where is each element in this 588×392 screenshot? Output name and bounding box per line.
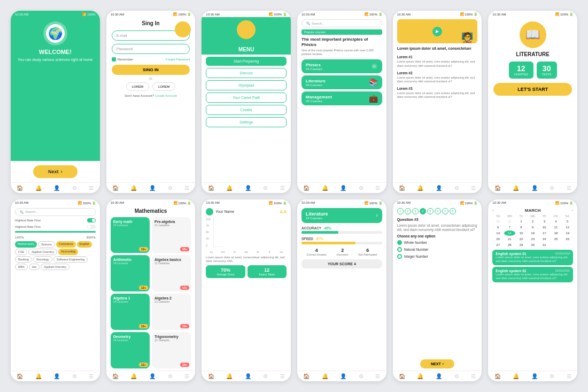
- page-5[interactable]: 5: [427, 208, 434, 214]
- menu-item-1[interactable]: Discuss: [206, 68, 287, 78]
- cal-day-30b[interactable]: 30: [527, 242, 538, 248]
- menu-item-2[interactable]: Olympiad: [206, 80, 287, 90]
- tag-applied[interactable]: Applied Chemitry: [41, 264, 69, 270]
- cal-day-12[interactable]: 12: [562, 225, 573, 230]
- nav-gear-8[interactable]: ⚙: [168, 373, 173, 379]
- page-4[interactable]: 4: [420, 208, 426, 214]
- math-card-1[interactable]: Pre-algebra 11 Lessons 18+: [152, 217, 191, 253]
- nav-bell-8[interactable]: 🔔: [130, 373, 137, 379]
- nav-menu-9[interactable]: ☰: [280, 373, 285, 379]
- menu-item-5[interactable]: Settings: [206, 117, 287, 127]
- nav-menu-12[interactable]: ☰: [567, 373, 571, 379]
- event-card-1[interactable]: English spoken 02 02/05/2018 Lorem ipsum…: [492, 267, 573, 282]
- nav-user-11[interactable]: 👤: [436, 373, 442, 379]
- next-month-button[interactable]: ›: [571, 208, 573, 213]
- cal-day-24[interactable]: 24: [539, 236, 550, 242]
- nav-bell-10[interactable]: 🔔: [322, 373, 328, 379]
- nav-bell-icon[interactable]: 🔔: [35, 185, 42, 191]
- cal-day-18[interactable]: 18: [551, 230, 562, 236]
- nav-gear-icon[interactable]: ⚙: [72, 185, 77, 191]
- tag-math[interactable]: Mathematics: [15, 241, 37, 248]
- nav-gear-12[interactable]: ⚙: [550, 373, 554, 379]
- social-btn-1[interactable]: LOREM: [126, 82, 149, 91]
- nav-user-4[interactable]: 👤: [340, 185, 346, 191]
- nav-home-icon[interactable]: 🏠: [17, 185, 23, 191]
- password-field[interactable]: Password: [112, 44, 190, 54]
- nav-home-7[interactable]: 🏠: [17, 373, 23, 379]
- tag-accounting[interactable]: Accounting: [58, 249, 78, 255]
- nav-menu-4[interactable]: ☰: [375, 185, 380, 191]
- nav-bell-11[interactable]: 🔔: [417, 373, 423, 379]
- nav-bell-5[interactable]: 🔔: [417, 185, 423, 191]
- nav-menu-6[interactable]: ☰: [567, 185, 571, 191]
- nav-user-3[interactable]: 👤: [245, 185, 251, 191]
- cal-day-4[interactable]: 4: [551, 219, 562, 224]
- lit-quiz-card[interactable]: Literature 24 Courses ›: [301, 208, 382, 223]
- nav-home-12[interactable]: 🏠: [494, 373, 501, 379]
- cal-day-5[interactable]: 5: [562, 219, 573, 224]
- nav-home-4[interactable]: 🏠: [303, 185, 310, 191]
- cal-day-26[interactable]: 26: [562, 236, 573, 242]
- tag-science[interactable]: Science: [38, 241, 55, 248]
- nav-gear-2[interactable]: ⚙: [168, 185, 173, 191]
- page-7[interactable]: 7: [442, 208, 448, 214]
- cal-day-15[interactable]: 15: [516, 230, 527, 236]
- create-account-link[interactable]: Create Account: [155, 94, 177, 97]
- math-card-3[interactable]: Algebra basics 11 Lessons 18+: [152, 255, 191, 291]
- cal-day-13[interactable]: 13: [492, 230, 504, 236]
- nav-home-6[interactable]: 🏠: [494, 185, 501, 191]
- nav-bell-4[interactable]: 🔔: [322, 185, 328, 191]
- cal-day-28[interactable]: 28: [504, 242, 515, 248]
- video-card[interactable]: ▶ 🧑‍🏫: [397, 19, 478, 43]
- nav-bell-9[interactable]: 🔔: [226, 373, 233, 379]
- cal-day-8[interactable]: 8: [516, 225, 527, 230]
- nav-home-9[interactable]: 🏠: [208, 373, 214, 379]
- nav-user-6[interactable]: 👤: [531, 185, 538, 191]
- nav-user-12[interactable]: 👤: [531, 373, 538, 379]
- cal-day-31b[interactable]: 31: [539, 242, 550, 248]
- menu-item-0[interactable]: Start Preparing: [206, 57, 287, 66]
- nav-menu-3[interactable]: ☰: [280, 185, 285, 191]
- tag-law[interactable]: law: [29, 264, 40, 270]
- nav-home-5[interactable]: 🏠: [399, 185, 405, 191]
- nav-menu-5[interactable]: ☰: [471, 185, 476, 191]
- nav-bell-3[interactable]: 🔔: [226, 185, 233, 191]
- cal-day-30[interactable]: 30: [492, 219, 504, 224]
- nav-gear-3[interactable]: ⚙: [263, 185, 268, 191]
- nav-menu-8[interactable]: ☰: [184, 373, 189, 379]
- nav-gear-7[interactable]: ⚙: [72, 373, 77, 379]
- math-card-5[interactable]: Algebra 2 11 Lessons 18+: [152, 294, 191, 330]
- cal-day-6[interactable]: 6: [492, 225, 504, 230]
- cal-day-1[interactable]: 1: [516, 219, 527, 224]
- nav-gear-9[interactable]: ⚙: [263, 373, 268, 379]
- math-card-4[interactable]: Algebra 1 24 Lessons 12+: [111, 294, 150, 330]
- nav-bell-2[interactable]: 🔔: [130, 185, 137, 191]
- option-2[interactable]: Integer Number: [397, 254, 478, 259]
- radio-2[interactable]: [397, 254, 402, 259]
- cal-day-2[interactable]: 2: [527, 219, 538, 224]
- cal-day-22[interactable]: 22: [516, 236, 527, 242]
- nav-user-2[interactable]: 👤: [149, 185, 156, 191]
- nav-menu-icon[interactable]: ☰: [89, 185, 94, 191]
- cal-day-29[interactable]: 29: [516, 242, 527, 248]
- nav-menu-11[interactable]: ☰: [471, 373, 476, 379]
- menu-item-3[interactable]: Your Caree Path: [206, 93, 287, 103]
- play-button[interactable]: ▶: [432, 27, 442, 36]
- social-btn-2[interactable]: LOREM: [152, 82, 175, 91]
- cal-day-11[interactable]: 11: [551, 225, 562, 230]
- page-2[interactable]: 2: [405, 208, 411, 214]
- filter-search[interactable]: 🔍 Search...: [15, 208, 96, 216]
- cal-day-27[interactable]: 27: [492, 242, 504, 248]
- lets-start-button[interactable]: LET'S START: [493, 83, 572, 96]
- tag-english[interactable]: English: [77, 241, 92, 248]
- your-score-button[interactable]: YOUR SCORE 4: [301, 259, 382, 268]
- signin-button[interactable]: SING IN: [112, 65, 190, 75]
- tag-commerce[interactable]: Commerce: [56, 241, 76, 248]
- tag-banking[interactable]: Banking: [15, 256, 32, 263]
- tag-se[interactable]: Software Engineering: [53, 256, 88, 263]
- nav-home-8[interactable]: 🏠: [112, 373, 119, 379]
- nav-gear-4[interactable]: ⚙: [359, 185, 363, 191]
- cal-day-16[interactable]: 16: [527, 230, 538, 236]
- page-6[interactable]: 6: [435, 208, 441, 214]
- nav-gear-6[interactable]: ⚙: [550, 185, 554, 191]
